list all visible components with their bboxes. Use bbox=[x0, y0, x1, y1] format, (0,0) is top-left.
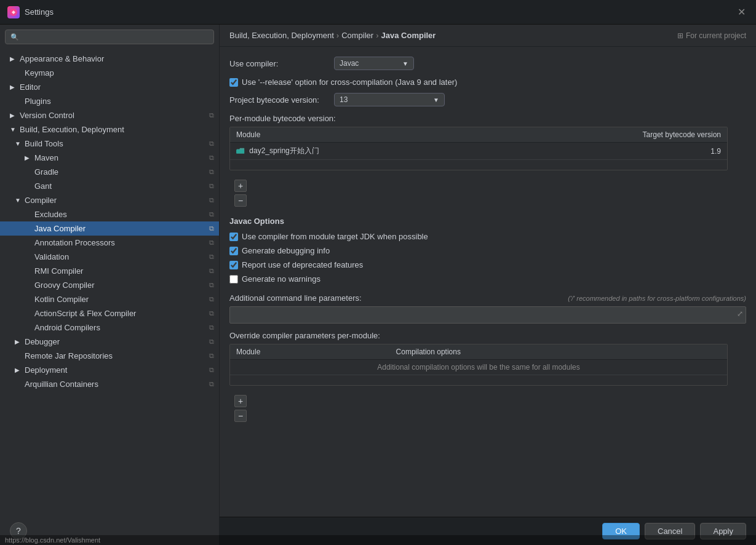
search-input[interactable] bbox=[22, 33, 209, 41]
sidebar-item-label: Editor bbox=[20, 82, 41, 92]
bytecode-version-dropdown[interactable]: 13 ▼ bbox=[334, 93, 445, 106]
add-module-button[interactable]: + bbox=[234, 180, 247, 192]
sidebar-item-actionscript[interactable]: ActionScript & Flex Compiler ⧉ bbox=[0, 306, 219, 320]
for-project-icon: ⊞ bbox=[677, 31, 683, 40]
per-module-table: Module Target bytecode version bbox=[230, 127, 727, 160]
sidebar-item-label: Build, Execution, Deployment bbox=[20, 125, 124, 134]
sidebar-item-keymap[interactable]: Keymap bbox=[0, 66, 219, 80]
copy-icon: ⧉ bbox=[209, 324, 214, 332]
sidebar-item-label: Annotation Processors bbox=[34, 238, 115, 247]
sidebar-item-maven[interactable]: ▶ Maven ⧉ bbox=[0, 151, 219, 165]
copy-icon: ⧉ bbox=[209, 210, 214, 218]
remove-override-button[interactable]: − bbox=[234, 410, 247, 422]
opt2-checkbox[interactable] bbox=[229, 247, 238, 255]
per-module-table-actions: + − bbox=[234, 180, 247, 207]
sidebar-item-gradle[interactable]: Gradle ⧉ bbox=[0, 165, 219, 179]
breadcrumb-path: Build, Execution, Deployment › Compiler … bbox=[229, 31, 436, 40]
breadcrumb-segment-1: Build, Execution, Deployment bbox=[229, 31, 334, 40]
copy-icon: ⧉ bbox=[209, 380, 214, 388]
use-compiler-label: Use compiler: bbox=[229, 59, 328, 68]
sidebar-item-arquillian[interactable]: Arquillian Containers ⧉ bbox=[0, 377, 219, 391]
opt1-label[interactable]: Use compiler from module target JDK when… bbox=[242, 232, 428, 241]
cmd-params-label: Additional command line parameters: bbox=[229, 293, 362, 303]
sidebar-item-label: Android Compilers bbox=[34, 323, 100, 332]
override-module-col: Module bbox=[230, 344, 390, 360]
release-option-label[interactable]: Use '--release' option for cross-compila… bbox=[242, 78, 457, 87]
sidebar-item-kotlin-compiler[interactable]: Kotlin Compiler ⧉ bbox=[0, 292, 219, 306]
expand-icon[interactable]: ⤢ bbox=[737, 309, 743, 318]
search-box[interactable]: 🔍 bbox=[5, 30, 214, 44]
sidebar-item-label: Gant bbox=[34, 181, 52, 191]
opt4-label[interactable]: Generate no warnings bbox=[242, 274, 320, 284]
expand-arrow: ▼ bbox=[10, 126, 17, 133]
expand-arrow: ▼ bbox=[15, 197, 22, 204]
opt4-checkbox[interactable] bbox=[229, 275, 238, 284]
sidebar-item-java-compiler[interactable]: Java Compiler ⧉ bbox=[0, 221, 219, 236]
cmd-params-section: Additional command line parameters: ('/'… bbox=[229, 293, 746, 324]
expand-arrow: ▶ bbox=[15, 367, 22, 373]
add-override-button[interactable]: + bbox=[234, 395, 247, 407]
expand-arrow: ▶ bbox=[10, 84, 17, 90]
breadcrumb: Build, Execution, Deployment › Compiler … bbox=[220, 25, 756, 47]
opt2-row: Generate debugging info bbox=[229, 246, 746, 255]
sidebar-item-gant[interactable]: Gant ⧉ bbox=[0, 179, 219, 193]
window-title: Settings bbox=[25, 7, 54, 17]
copy-icon: ⧉ bbox=[209, 111, 214, 119]
compiler-dropdown[interactable]: Javac ▼ bbox=[334, 57, 414, 70]
module-column-header: Module bbox=[230, 127, 604, 143]
override-table-container: Module Compilation options Additional co… bbox=[229, 344, 728, 393]
override-table-actions: + − bbox=[234, 395, 247, 422]
sidebar-item-editor[interactable]: ▶ Editor bbox=[0, 80, 219, 94]
copy-icon: ⧉ bbox=[209, 253, 214, 261]
sidebar-item-plugins[interactable]: Plugins bbox=[0, 94, 219, 108]
sidebar-item-label: Gradle bbox=[34, 167, 58, 177]
module-name: day2_spring开始入门 bbox=[249, 146, 319, 155]
sidebar-item-remote-jar[interactable]: Remote Jar Repositories ⧉ bbox=[0, 349, 219, 363]
override-table: Module Compilation options Additional co… bbox=[230, 344, 727, 375]
title-bar: Settings ✕ bbox=[0, 0, 756, 25]
remove-module-button[interactable]: − bbox=[234, 194, 247, 207]
for-project-label: For current project bbox=[686, 31, 746, 40]
sidebar-item-android-compilers[interactable]: Android Compilers ⧉ bbox=[0, 320, 219, 335]
breadcrumb-sep-2: › bbox=[376, 31, 378, 40]
sidebar-item-groovy-compiler[interactable]: Groovy Compiler ⧉ bbox=[0, 278, 219, 292]
opt3-label[interactable]: Report use of deprecated features bbox=[242, 260, 363, 269]
sidebar-item-rmi-compiler[interactable]: RMI Compiler ⧉ bbox=[0, 264, 219, 278]
breadcrumb-sep-1: › bbox=[336, 31, 339, 40]
sidebar-item-label: Compiler bbox=[25, 196, 57, 205]
sidebar-item-excludes[interactable]: Excludes ⧉ bbox=[0, 207, 219, 221]
sidebar-item-label: Arquillian Containers bbox=[25, 380, 98, 389]
sidebar-item-appearance[interactable]: ▶ Appearance & Behavior bbox=[0, 52, 219, 66]
sidebar-item-annotation-processors[interactable]: Annotation Processors ⧉ bbox=[0, 236, 219, 250]
sidebar-item-label: ActionScript & Flex Compiler bbox=[34, 309, 136, 318]
override-table-wrapper: Module Compilation options Additional co… bbox=[229, 344, 728, 386]
sidebar-item-deployment[interactable]: ▶ Deployment ⧉ bbox=[0, 363, 219, 377]
sidebar-item-validation[interactable]: Validation ⧉ bbox=[0, 250, 219, 264]
sidebar-item-compiler[interactable]: ▼ Compiler ⧉ bbox=[0, 193, 219, 207]
sidebar-item-label: Build Tools bbox=[25, 139, 63, 148]
opt1-checkbox[interactable] bbox=[229, 233, 238, 241]
sidebar-item-label: Keymap bbox=[25, 68, 54, 78]
table-row[interactable]: day2_spring开始入门 1.9 bbox=[230, 143, 727, 160]
target-version-cell: 1.9 bbox=[604, 143, 727, 160]
override-section: Override compiler parameters per-module:… bbox=[229, 331, 746, 422]
opt3-checkbox[interactable] bbox=[229, 261, 238, 269]
for-project-link[interactable]: ⊞ For current project bbox=[677, 31, 746, 40]
opt1-row: Use compiler from module target JDK when… bbox=[229, 232, 746, 241]
sidebar-item-version-control[interactable]: ▶ Version Control ⧉ bbox=[0, 108, 219, 122]
close-button[interactable]: ✕ bbox=[734, 5, 749, 20]
url-bar: https://blog.csdn.net/Valishment bbox=[0, 535, 756, 545]
expand-arrow: ▶ bbox=[10, 55, 17, 62]
cmd-input-field[interactable]: ⤢ bbox=[229, 306, 746, 324]
expand-arrow: ▶ bbox=[15, 338, 22, 345]
bytecode-version-row: Project bytecode version: 13 ▼ bbox=[229, 93, 746, 106]
opt2-label[interactable]: Generate debugging info bbox=[242, 246, 330, 255]
sidebar-item-build-execution[interactable]: ▼ Build, Execution, Deployment bbox=[0, 122, 219, 137]
per-module-section: Per-module bytecode version: Module Targ… bbox=[229, 114, 746, 207]
sidebar-item-debugger[interactable]: ▶ Debugger ⧉ bbox=[0, 335, 219, 349]
breadcrumb-segment-2: Compiler bbox=[341, 31, 373, 40]
sidebar-item-build-tools[interactable]: ▼ Build Tools ⧉ bbox=[0, 137, 219, 151]
release-option-checkbox[interactable] bbox=[229, 78, 238, 87]
sidebar-item-label: Maven bbox=[34, 153, 58, 162]
copy-icon: ⧉ bbox=[209, 352, 214, 360]
